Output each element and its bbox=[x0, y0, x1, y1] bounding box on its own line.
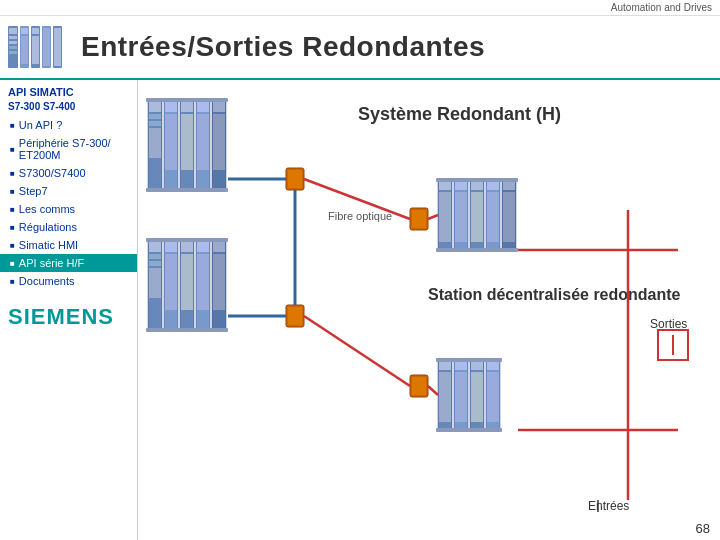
svg-rect-32 bbox=[213, 114, 225, 170]
svg-rect-86 bbox=[487, 362, 499, 370]
svg-rect-5 bbox=[9, 51, 17, 54]
siemens-logo: SIEMENS bbox=[0, 298, 137, 336]
svg-rect-4 bbox=[9, 46, 17, 49]
svg-rect-88 bbox=[436, 358, 502, 362]
sidebar-item-s7300[interactable]: S7300/S7400 bbox=[0, 164, 137, 182]
svg-rect-84 bbox=[471, 372, 483, 422]
svg-rect-33 bbox=[146, 98, 228, 102]
sidebar-item-simatic-hmi[interactable]: Simatic HMI bbox=[0, 236, 137, 254]
svg-line-101 bbox=[428, 215, 438, 219]
svg-rect-1 bbox=[9, 28, 17, 34]
svg-rect-45 bbox=[181, 254, 193, 310]
svg-rect-78 bbox=[439, 372, 451, 422]
svg-rect-50 bbox=[213, 242, 225, 252]
station-label: Station décentralisée redondante bbox=[428, 286, 681, 303]
svg-rect-52 bbox=[146, 238, 228, 242]
svg-rect-60 bbox=[439, 182, 451, 190]
svg-rect-41 bbox=[165, 242, 177, 252]
svg-rect-20 bbox=[149, 128, 161, 158]
sidebar-label-api-serie: API série H/F bbox=[19, 257, 84, 269]
sidebar-label-les-comms: Les comms bbox=[19, 203, 75, 215]
svg-rect-83 bbox=[471, 362, 483, 370]
svg-rect-77 bbox=[439, 362, 451, 370]
sidebar-label-regulations: Régulations bbox=[19, 221, 77, 233]
plc-group-top bbox=[146, 98, 228, 192]
svg-rect-26 bbox=[181, 114, 193, 170]
svg-rect-19 bbox=[149, 121, 161, 126]
svg-line-100 bbox=[304, 316, 410, 386]
diagram-svg: Système Redondant (H) Fibre optique Stat… bbox=[138, 80, 720, 540]
svg-rect-7 bbox=[21, 28, 28, 34]
sidebar-item-step7[interactable]: Step7 bbox=[0, 182, 137, 200]
sidebar-label-peripherie: Périphérie S7-300/ ET200M bbox=[19, 137, 129, 161]
sidebar-item-peripherie[interactable]: Périphérie S7-300/ ET200M bbox=[0, 134, 137, 164]
svg-rect-42 bbox=[165, 254, 177, 310]
svg-rect-36 bbox=[149, 242, 161, 252]
svg-rect-69 bbox=[487, 182, 499, 190]
svg-rect-34 bbox=[146, 188, 228, 192]
svg-rect-3 bbox=[9, 41, 17, 44]
svg-rect-53 bbox=[146, 328, 228, 332]
svg-rect-54 bbox=[288, 170, 302, 188]
svg-rect-73 bbox=[503, 192, 515, 242]
svg-rect-51 bbox=[213, 254, 225, 310]
svg-rect-13 bbox=[43, 28, 50, 66]
svg-rect-48 bbox=[197, 254, 209, 310]
svg-rect-11 bbox=[32, 36, 39, 64]
outputs-label: Sorties bbox=[650, 317, 687, 331]
svg-rect-87 bbox=[487, 372, 499, 422]
svg-rect-61 bbox=[439, 192, 451, 242]
sidebar-item-les-comms[interactable]: Les comms bbox=[0, 200, 137, 218]
svg-rect-2 bbox=[9, 36, 17, 39]
sidebar-item-regulations[interactable]: Régulations bbox=[0, 218, 137, 236]
svg-rect-55 bbox=[288, 307, 302, 325]
inputs-label: Entrées bbox=[588, 499, 629, 513]
sidebar-section-title: API SIMATIC bbox=[0, 84, 137, 100]
sidebar-label-simatic-hmi: Simatic HMI bbox=[19, 239, 78, 251]
content-area: Système Redondant (H) Fibre optique Stat… bbox=[138, 80, 720, 540]
svg-rect-67 bbox=[471, 192, 483, 242]
sidebar-label-un-api: Un API ? bbox=[19, 119, 62, 131]
sidebar-item-api-serie[interactable]: API série H/F bbox=[0, 254, 137, 272]
svg-rect-17 bbox=[149, 102, 161, 112]
svg-rect-29 bbox=[197, 114, 209, 170]
svg-rect-8 bbox=[21, 36, 28, 64]
svg-rect-15 bbox=[54, 28, 61, 66]
svg-rect-25 bbox=[181, 102, 193, 112]
station-group-bottom bbox=[436, 358, 502, 432]
svg-rect-31 bbox=[213, 102, 225, 112]
svg-rect-72 bbox=[503, 182, 515, 190]
svg-rect-63 bbox=[455, 182, 467, 190]
sidebar-label-step7: Step7 bbox=[19, 185, 48, 197]
svg-rect-23 bbox=[165, 114, 177, 170]
fiber-label: Fibre optique bbox=[328, 210, 392, 222]
svg-rect-39 bbox=[149, 268, 161, 298]
svg-rect-38 bbox=[149, 261, 161, 266]
page-title: Entrées/Sorties Redondantes bbox=[81, 31, 485, 63]
svg-rect-80 bbox=[455, 362, 467, 370]
siemens-wordmark: SIEMENS bbox=[8, 304, 129, 330]
header: Entrées/Sorties Redondantes bbox=[0, 16, 720, 80]
main-layout: API SIMATIC S7-300 S7-400 Un API ? Périp… bbox=[0, 80, 720, 540]
sidebar-item-documents[interactable]: Documents bbox=[0, 272, 137, 290]
svg-rect-81 bbox=[455, 372, 467, 422]
svg-rect-44 bbox=[181, 242, 193, 252]
svg-rect-66 bbox=[471, 182, 483, 190]
plc-group-bottom bbox=[146, 238, 228, 332]
sidebar: API SIMATIC S7-300 S7-400 Un API ? Périp… bbox=[0, 80, 138, 540]
svg-rect-10 bbox=[32, 28, 39, 34]
svg-rect-47 bbox=[197, 242, 209, 252]
sidebar-item-un-api[interactable]: Un API ? bbox=[0, 116, 137, 134]
svg-rect-97 bbox=[412, 210, 426, 228]
top-bar: Automation and Drives bbox=[0, 0, 720, 16]
svg-rect-64 bbox=[455, 192, 467, 242]
svg-rect-22 bbox=[165, 102, 177, 112]
svg-rect-75 bbox=[436, 248, 518, 252]
svg-rect-89 bbox=[436, 428, 502, 432]
automation-label: Automation and Drives bbox=[611, 2, 712, 13]
svg-rect-37 bbox=[149, 254, 161, 259]
svg-rect-70 bbox=[487, 192, 499, 242]
system-label: Système Redondant (H) bbox=[358, 104, 561, 124]
sidebar-label-s7300: S7300/S7400 bbox=[19, 167, 86, 179]
sidebar-section-subtitle: S7-300 S7-400 bbox=[0, 101, 137, 116]
